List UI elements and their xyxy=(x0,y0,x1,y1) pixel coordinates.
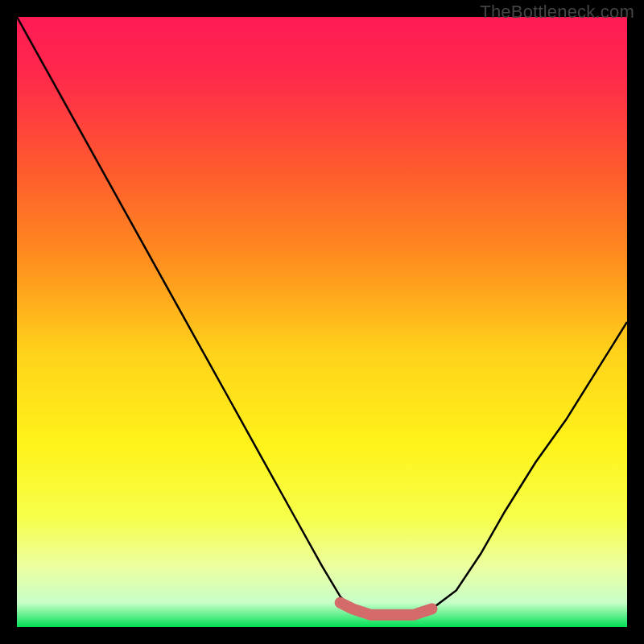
plot-area xyxy=(17,17,627,627)
bottleneck-chart-svg xyxy=(17,17,627,627)
chart-container: TheBottleneck.com xyxy=(0,0,644,644)
gradient-background xyxy=(17,17,627,627)
watermark-text: TheBottleneck.com xyxy=(480,2,634,23)
